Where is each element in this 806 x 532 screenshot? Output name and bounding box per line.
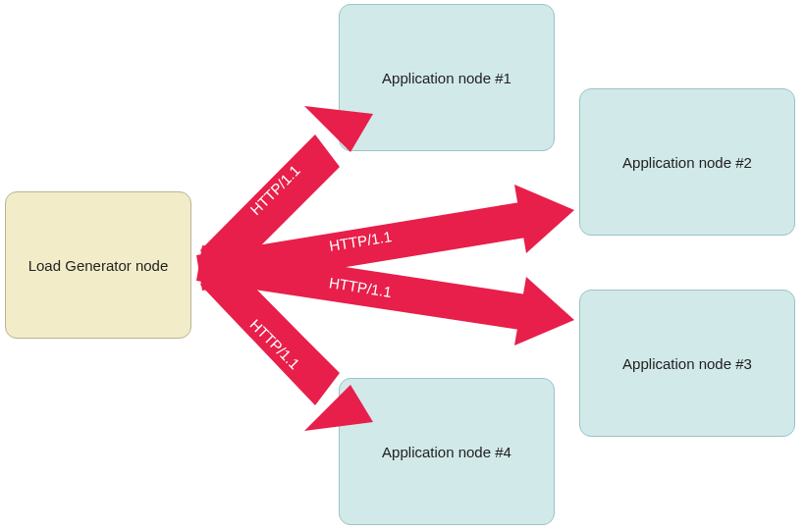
load-generator-label: Load Generator node xyxy=(28,257,169,274)
app-node-3-label: Application node #3 xyxy=(622,355,752,372)
app-node-1-label: Application node #1 xyxy=(382,70,511,86)
app-node-3: Application node #3 xyxy=(579,290,795,437)
arrow-label-4: HTTP/1.1 xyxy=(246,316,302,372)
load-generator-node: Load Generator node xyxy=(5,191,191,339)
app-node-4: Application node #4 xyxy=(339,378,555,525)
arrow-label-1: HTTP/1.1 xyxy=(246,162,302,218)
app-node-2-label: Application node #2 xyxy=(622,154,752,171)
arrow-label-2: HTTP/1.1 xyxy=(328,228,393,254)
arrow-label-3: HTTP/1.1 xyxy=(328,274,393,300)
app-node-2: Application node #2 xyxy=(579,88,795,236)
app-node-4-label: Application node #4 xyxy=(382,444,511,460)
app-node-1: Application node #1 xyxy=(339,4,555,151)
